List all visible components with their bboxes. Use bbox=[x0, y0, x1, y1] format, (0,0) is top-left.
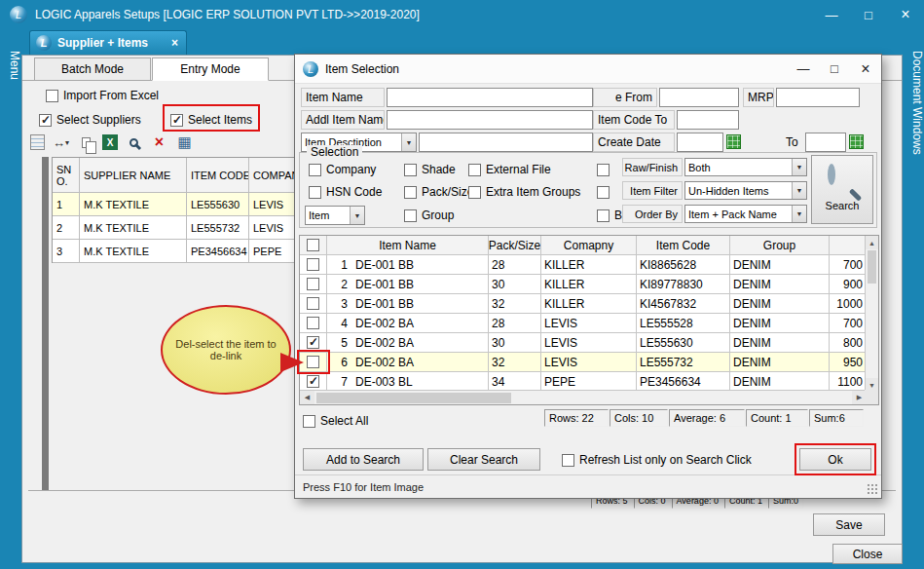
shade-label: Shade bbox=[422, 163, 456, 176]
extra-option-2[interactable] bbox=[597, 184, 610, 200]
maximize-icon[interactable]: □ bbox=[850, 0, 887, 29]
copy-icon[interactable] bbox=[77, 133, 95, 151]
item-row[interactable]: 7DE-003 BL 34 PEPE PE3456634 DENIM 1100 bbox=[300, 372, 878, 392]
item-row-current[interactable]: 6DE-002 BA 32 LEVIS LE555732 DENIM 950 bbox=[300, 353, 878, 372]
extra-option-1[interactable] bbox=[597, 162, 610, 177]
company-option[interactable]: Company bbox=[309, 162, 376, 177]
hscroll-thumb[interactable] bbox=[316, 393, 511, 403]
item-dropdown[interactable]: Item ▼ bbox=[305, 206, 365, 225]
notes-icon[interactable] bbox=[30, 134, 45, 150]
refresh-list-option[interactable]: Refresh List only on Search Click bbox=[562, 452, 752, 468]
select-suppliers-checkbox[interactable] bbox=[39, 114, 52, 127]
item-row[interactable]: 2DE-001 BB 30 KILLER KI89778830 DENIM 90… bbox=[300, 275, 878, 294]
item-grid-vscrollbar[interactable]: ▲ ▼ bbox=[865, 236, 878, 392]
item-grid-header: Item Name Pack/Size Comapny Item Code Gr… bbox=[300, 236, 878, 255]
mrp-input[interactable] bbox=[776, 88, 860, 107]
dialog-maximize-icon[interactable]: □ bbox=[819, 55, 850, 84]
group-checkbox[interactable] bbox=[404, 209, 417, 222]
row-checkbox[interactable] bbox=[307, 317, 319, 329]
row-checkbox[interactable] bbox=[307, 258, 319, 271]
hsn-code-option[interactable]: HSN Code bbox=[309, 184, 382, 200]
vscroll-thumb[interactable] bbox=[868, 250, 876, 284]
add-to-search-button[interactable]: Add to Search bbox=[303, 448, 424, 471]
item-code-to-input[interactable] bbox=[677, 110, 739, 130]
create-date-from-input[interactable] bbox=[677, 133, 723, 152]
item-row[interactable]: 5DE-002 BA 30 LEVIS LE555630 DENIM 800 bbox=[300, 333, 878, 353]
extra-checkbox-1[interactable] bbox=[597, 164, 610, 176]
item-description-input[interactable] bbox=[419, 133, 593, 152]
item-grid-hscrollbar[interactable]: ◀ ▶ bbox=[300, 390, 867, 404]
tab-entry-mode[interactable]: Entry Mode bbox=[152, 57, 269, 81]
close-button[interactable]: Close bbox=[832, 544, 903, 564]
tab-close-icon[interactable]: × bbox=[171, 36, 178, 50]
select-all-option[interactable]: Select All bbox=[303, 413, 368, 429]
pack-sizes-checkbox[interactable] bbox=[404, 186, 417, 199]
save-button[interactable]: Save bbox=[813, 513, 885, 536]
addl-item-name-input[interactable] bbox=[387, 110, 593, 130]
tab-logo-icon: L bbox=[36, 35, 52, 51]
row-checkbox[interactable] bbox=[307, 356, 319, 368]
document-windows-side-panel[interactable]: Document Windows bbox=[903, 29, 924, 569]
extra-item-groups-checkbox[interactable] bbox=[468, 186, 481, 199]
row-checkbox[interactable] bbox=[307, 375, 319, 388]
extra-item-groups-option[interactable]: Extra Item Groups bbox=[468, 184, 580, 200]
dialog-minimize-icon[interactable]: — bbox=[788, 55, 819, 84]
search-button[interactable]: Search bbox=[811, 155, 873, 224]
delete-icon[interactable]: × bbox=[150, 133, 168, 151]
import-from-excel-option[interactable]: Import From Excel bbox=[46, 88, 159, 103]
find-icon[interactable] bbox=[125, 133, 143, 151]
close-icon[interactable]: × bbox=[887, 0, 924, 29]
grid-view-icon[interactable]: ▦ bbox=[175, 133, 194, 151]
supplier-row[interactable]: 3 M.K TEXTILE PE3456634 PEPE bbox=[53, 240, 335, 263]
minimize-icon[interactable]: — bbox=[813, 0, 850, 29]
refresh-list-checkbox[interactable] bbox=[562, 454, 574, 467]
select-items-option[interactable]: Select Items bbox=[170, 112, 252, 128]
shade-option[interactable]: Shade bbox=[404, 162, 456, 177]
external-file-checkbox[interactable] bbox=[468, 164, 481, 176]
shade-checkbox[interactable] bbox=[404, 164, 417, 176]
row-checkbox[interactable] bbox=[307, 336, 319, 349]
order-by-dropdown[interactable]: Item + Pack Name ▼ bbox=[684, 205, 807, 223]
supplier-row[interactable]: 1 M.K TEXTILE LE555630 LEVIS bbox=[53, 193, 335, 216]
hsn-code-checkbox[interactable] bbox=[309, 186, 321, 199]
grid-vertical-scrollbar[interactable] bbox=[42, 157, 49, 490]
export-excel-icon[interactable]: X bbox=[102, 134, 118, 150]
header-supplier-name: SUPPLIER NAME bbox=[80, 158, 187, 193]
vscroll-track[interactable] bbox=[866, 284, 878, 378]
select-items-checkbox[interactable] bbox=[170, 114, 183, 127]
header-price bbox=[830, 236, 867, 255]
extra-checkbox-2[interactable] bbox=[597, 186, 610, 199]
select-all-checkbox[interactable] bbox=[303, 415, 315, 428]
scroll-left-icon[interactable]: ◀ bbox=[300, 391, 314, 404]
clear-search-button[interactable]: Clear Search bbox=[427, 448, 540, 471]
cell-sn: 1 bbox=[53, 193, 80, 216]
select-all-header-checkbox[interactable] bbox=[307, 239, 319, 251]
ok-button[interactable]: Ok bbox=[799, 448, 871, 471]
group-option[interactable]: Group bbox=[404, 208, 454, 223]
item-row[interactable]: 4DE-002 BA 28 LEVIS LE555528 DENIM 700 bbox=[300, 314, 878, 333]
tab-batch-mode[interactable]: Batch Mode bbox=[34, 57, 151, 81]
select-suppliers-option[interactable]: Select Suppliers bbox=[39, 112, 141, 128]
supplier-row[interactable]: 2 M.K TEXTILE LE555732 LEVIS bbox=[53, 216, 335, 240]
external-file-option[interactable]: External File bbox=[468, 162, 551, 177]
row-checkbox[interactable] bbox=[307, 297, 319, 310]
dialog-close-icon[interactable]: × bbox=[850, 55, 881, 84]
resize-grip[interactable] bbox=[867, 483, 879, 496]
tab-supplier-items[interactable]: L Supplier + Items × bbox=[29, 30, 187, 55]
calendar-icon[interactable] bbox=[849, 134, 864, 149]
price-from-input[interactable] bbox=[659, 88, 739, 107]
raw-finish-dropdown[interactable]: Both ▼ bbox=[684, 158, 807, 176]
row-checkbox[interactable] bbox=[307, 278, 319, 290]
item-name-input[interactable] bbox=[387, 88, 593, 107]
import-from-excel-checkbox[interactable] bbox=[46, 90, 58, 102]
menu-side-panel[interactable]: Menu bbox=[0, 29, 21, 569]
calendar-icon[interactable] bbox=[726, 134, 741, 149]
column-width-icon[interactable]: ↔▾ bbox=[52, 133, 70, 151]
item-row[interactable]: 1DE-001 BB 28 KILLER KI8865628 DENIM 700 bbox=[300, 255, 878, 275]
scroll-up-icon[interactable]: ▲ bbox=[866, 236, 878, 249]
item-row[interactable]: 3DE-001 BB 32 KILLER KI4567832 DENIM 100… bbox=[300, 294, 878, 314]
create-date-to-input[interactable] bbox=[805, 133, 846, 152]
bin-checkbox[interactable] bbox=[597, 209, 610, 222]
item-filter-dropdown[interactable]: Un-Hidden Items ▼ bbox=[684, 181, 807, 200]
company-checkbox[interactable] bbox=[309, 164, 321, 176]
